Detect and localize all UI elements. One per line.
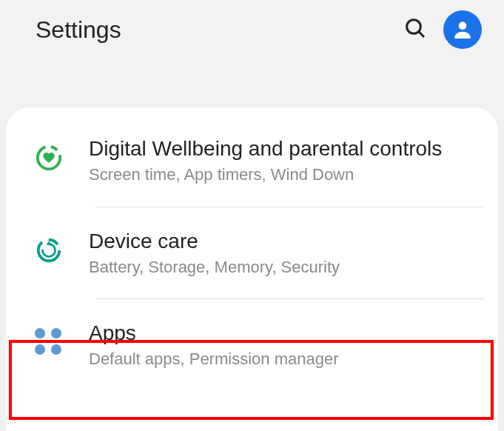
item-title: Device care xyxy=(89,228,483,254)
apps-icon xyxy=(30,323,68,361)
item-text: Digital Wellbeing and parental controls … xyxy=(89,136,483,186)
item-title: Digital Wellbeing and parental controls xyxy=(89,136,483,161)
settings-card: Digital Wellbeing and parental controls … xyxy=(6,107,498,431)
item-subtitle: Battery, Storage, Memory, Security xyxy=(89,257,483,278)
item-subtitle: Screen time, App timers, Wind Down xyxy=(89,164,483,186)
digital-wellbeing-icon xyxy=(30,138,68,177)
header-actions xyxy=(403,10,482,49)
item-text: Apps Default apps, Permission manager xyxy=(89,320,483,370)
svg-point-2 xyxy=(459,21,467,30)
settings-item-device-care[interactable]: Device care Battery, Storage, Memory, Se… xyxy=(6,207,498,299)
item-title: Apps xyxy=(89,320,483,346)
svg-point-0 xyxy=(407,20,421,34)
settings-header: Settings xyxy=(0,0,504,59)
item-text: Device care Battery, Storage, Memory, Se… xyxy=(89,228,483,278)
svg-marker-5 xyxy=(46,241,52,244)
search-icon[interactable] xyxy=(403,16,427,43)
profile-icon[interactable] xyxy=(443,10,482,49)
svg-line-1 xyxy=(419,32,424,37)
settings-item-digital-wellbeing[interactable]: Digital Wellbeing and parental controls … xyxy=(6,115,498,207)
page-title: Settings xyxy=(36,16,121,44)
device-care-icon xyxy=(30,231,68,270)
item-subtitle: Default apps, Permission manager xyxy=(89,349,483,370)
settings-item-apps[interactable]: Apps Default apps, Permission manager xyxy=(6,299,498,391)
